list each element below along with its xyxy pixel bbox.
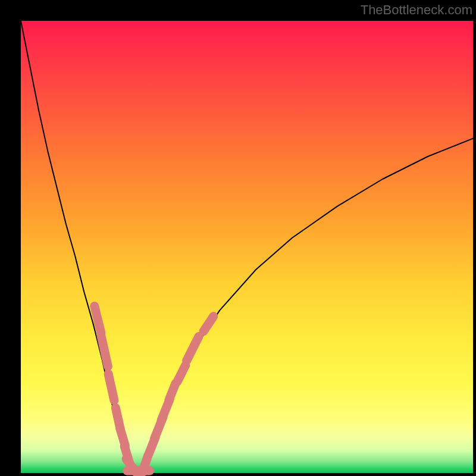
curve-layer xyxy=(21,21,473,473)
curve-bead xyxy=(187,337,199,361)
plot-area xyxy=(21,21,473,473)
curve-beads xyxy=(95,306,214,474)
curve-bead xyxy=(108,374,114,400)
bottleneck-curve xyxy=(21,21,473,473)
chart-frame: TheBottleneck.com xyxy=(0,0,476,476)
curve-bead xyxy=(169,383,176,400)
bottleneck-curve-path xyxy=(21,21,473,473)
watermark-text: TheBottleneck.com xyxy=(361,2,472,18)
curve-bead xyxy=(177,365,186,381)
curve-bead xyxy=(95,306,101,333)
curve-bead xyxy=(203,317,214,331)
